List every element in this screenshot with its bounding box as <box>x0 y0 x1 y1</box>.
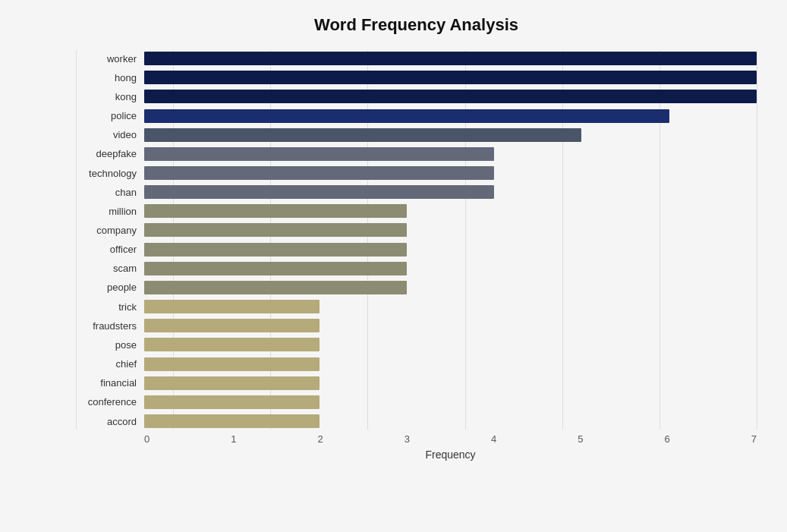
bar-row: hong <box>76 69 757 86</box>
bar-track <box>144 146 757 162</box>
bar-track <box>144 88 757 105</box>
x-tick: 0 <box>144 433 150 445</box>
bar-fill <box>144 147 494 161</box>
x-axis: 01234567 <box>144 430 757 445</box>
bar-track <box>144 375 757 392</box>
x-tick: 3 <box>405 433 410 445</box>
x-tick: 1 <box>231 433 236 445</box>
bar-fill <box>144 71 757 84</box>
bar-fill <box>144 376 320 390</box>
chart-container: Word Frequency Analysis workerhongkongpo… <box>0 0 787 532</box>
bar-fill <box>144 109 669 123</box>
bar-row: police <box>76 107 757 124</box>
bar-track <box>144 394 757 411</box>
bar-label: deepfake <box>76 148 144 159</box>
bar-label: video <box>76 129 144 140</box>
x-tick: 2 <box>318 433 323 445</box>
bar-label: pose <box>76 339 144 351</box>
bar-label: conference <box>76 396 144 408</box>
bar-row: pose <box>76 336 757 353</box>
bar-row: technology <box>76 165 757 181</box>
bar-label: hong <box>76 72 144 83</box>
x-tick: 6 <box>665 433 670 445</box>
bar-row: chief <box>76 356 757 373</box>
bar-label: chief <box>76 358 144 370</box>
bar-label: officer <box>76 244 144 255</box>
bar-track <box>144 127 757 143</box>
bars-wrapper: workerhongkongpolicevideodeepfaketechnol… <box>76 50 757 430</box>
bar-label: technology <box>76 168 144 179</box>
bar-fill <box>144 300 320 313</box>
bar-fill <box>144 185 494 199</box>
bar-row: kong <box>76 88 757 105</box>
bar-label: financial <box>76 377 144 389</box>
bar-track <box>144 50 757 67</box>
bar-label: worker <box>76 53 144 65</box>
bar-fill <box>144 395 320 409</box>
bar-label: kong <box>76 91 144 102</box>
bar-track <box>144 107 757 124</box>
bar-track <box>144 413 757 430</box>
bar-track <box>144 317 757 334</box>
bar-label: people <box>76 282 144 293</box>
bar-fill <box>144 204 407 218</box>
bar-fill <box>144 52 757 65</box>
bar-label: accord <box>76 416 144 427</box>
bar-row: fraudsters <box>76 317 757 334</box>
bar-row: chan <box>76 184 757 200</box>
bar-track <box>144 356 757 373</box>
bar-fill <box>144 319 320 332</box>
bar-row: conference <box>76 394 757 411</box>
bar-track <box>144 298 757 315</box>
bar-row: deepfake <box>76 146 757 162</box>
bar-row: worker <box>76 50 757 67</box>
bar-fill <box>144 166 494 180</box>
bar-row: accord <box>76 413 757 430</box>
bar-track <box>144 279 757 296</box>
bar-fill <box>144 414 320 428</box>
x-tick: 7 <box>751 433 757 445</box>
x-axis-labels: 01234567 <box>144 433 757 445</box>
bar-track <box>144 222 757 238</box>
bar-track <box>144 336 757 353</box>
bar-row: people <box>76 279 757 296</box>
x-tick: 4 <box>491 433 496 445</box>
x-axis-title: Frequency <box>144 449 757 461</box>
bar-fill <box>144 281 407 294</box>
bar-row: financial <box>76 375 757 392</box>
bar-row: company <box>76 222 757 238</box>
bar-track <box>144 69 757 86</box>
bar-row: officer <box>76 241 757 258</box>
bar-fill <box>144 128 581 142</box>
bar-label: fraudsters <box>76 320 144 332</box>
bar-label: company <box>76 225 144 236</box>
bar-label: chan <box>76 187 144 198</box>
bar-row: trick <box>76 298 757 315</box>
bar-row: video <box>76 127 757 143</box>
bar-label: trick <box>76 301 144 313</box>
bar-track <box>144 241 757 258</box>
bar-label: million <box>76 206 144 217</box>
bar-track <box>144 165 757 181</box>
bar-label: scam <box>76 263 144 274</box>
bar-fill <box>144 357 320 371</box>
bar-row: scam <box>76 260 757 277</box>
chart-area: workerhongkongpolicevideodeepfaketechnol… <box>76 50 757 461</box>
bar-fill <box>144 243 407 257</box>
bar-fill <box>144 90 757 103</box>
bar-label: police <box>76 110 144 121</box>
x-tick: 5 <box>578 433 583 445</box>
bar-fill <box>144 223 407 237</box>
bar-fill <box>144 338 320 351</box>
bar-row: million <box>76 203 757 219</box>
bar-track <box>144 260 757 277</box>
bar-track <box>144 184 757 200</box>
bar-fill <box>144 262 407 275</box>
bar-track <box>144 203 757 219</box>
chart-title: Word Frequency Analysis <box>76 15 757 35</box>
